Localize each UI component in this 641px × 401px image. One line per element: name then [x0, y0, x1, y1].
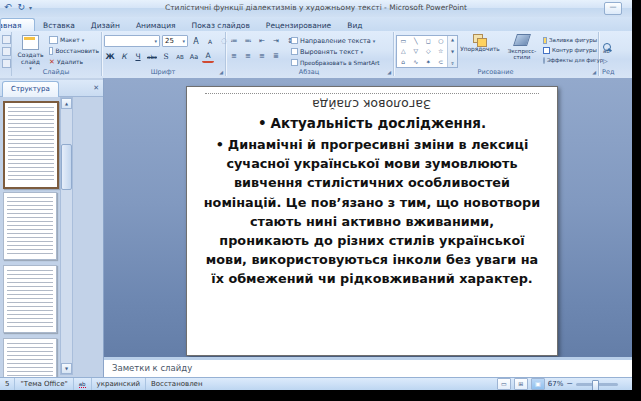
- arrange-icon: [473, 34, 487, 46]
- tab-review[interactable]: Рецензирование: [258, 19, 339, 31]
- character-spacing-button[interactable]: АВ: [174, 51, 186, 62]
- align-center-icon[interactable]: ≡: [242, 50, 254, 61]
- slide-thumbnail-selected[interactable]: [3, 101, 59, 189]
- shape-effects-icon: [543, 57, 545, 64]
- scroll-up-icon[interactable]: ▲: [61, 98, 72, 109]
- editing-group-label: Ред: [599, 68, 632, 76]
- text-shadow-button[interactable]: S: [160, 51, 172, 62]
- underline-button[interactable]: Ч: [132, 51, 144, 62]
- decrease-indent-icon[interactable]: ⇤: [256, 35, 268, 46]
- tab-home[interactable]: Главная: [0, 18, 35, 31]
- shape-icon[interactable]: ∿: [410, 57, 423, 67]
- font-size-combo[interactable]: 25 ▾: [162, 35, 188, 47]
- increase-indent-icon[interactable]: ⇥: [270, 35, 282, 46]
- arrange-button[interactable]: Упорядочить: [459, 34, 501, 52]
- align-right-icon[interactable]: ≡: [256, 50, 268, 61]
- justify-icon[interactable]: ≣: [270, 50, 282, 61]
- grow-font-button[interactable]: А: [190, 36, 202, 47]
- tab-design[interactable]: Дизайн: [83, 19, 128, 31]
- shrink-font-button[interactable]: А: [204, 36, 216, 47]
- shape-outline-button[interactable]: Контур фигуры: [543, 45, 597, 55]
- tab-outline[interactable]: Структура: [2, 81, 59, 97]
- shape-fill-button[interactable]: Заливка фигуры: [543, 35, 597, 45]
- quick-styles-button[interactable]: Экспресс-стили: [503, 34, 541, 60]
- text-direction-button[interactable]: Направление текста ▾: [291, 35, 391, 46]
- shape-icon[interactable]: ◻: [422, 36, 435, 46]
- shapes-gallery[interactable]: ▭ ╲ ◻ ○ △ ▽ ◇ ☆ ⌂ ∿ ✶ ⊂ ▲ ▼ ⊽: [396, 35, 458, 68]
- paragraph-group: ≔ ≕ ⇤ ⇥ ↕ ≡ ≡ ≡ ≣ Направление текста ▾: [225, 32, 394, 76]
- gallery-more-icon[interactable]: ⊽: [451, 61, 454, 66]
- language-indicator[interactable]: украинский: [92, 378, 146, 390]
- strikethrough-button[interactable]: abc: [146, 51, 158, 62]
- sidebar-scrollbar[interactable]: ▲ ▼: [60, 97, 73, 375]
- shape-icon[interactable]: ▭: [397, 36, 410, 46]
- slide-thumbnail[interactable]: [3, 265, 57, 333]
- shape-icon[interactable]: ✶: [422, 57, 435, 67]
- slideshow-button[interactable]: ▣: [531, 378, 545, 390]
- scrollbar-thumb[interactable]: [61, 144, 72, 190]
- align-text-button[interactable]: Выровнять текст ▾: [291, 46, 391, 57]
- slide-thumbnail[interactable]: [3, 192, 57, 260]
- body-placeholder[interactable]: •Актуальність дослідження. •Динамічні й …: [203, 115, 541, 289]
- new-slide-icon: [22, 35, 39, 50]
- layout-icon: [49, 36, 58, 44]
- ribbon: Создать слайд ▾ Макет ▾ Восстановить ✕ У…: [0, 31, 632, 79]
- shape-icon[interactable]: ☆: [435, 46, 448, 56]
- minimize-button[interactable]: —: [604, 2, 622, 15]
- text-direction-icon: [291, 37, 298, 44]
- shape-icon[interactable]: △: [397, 46, 410, 56]
- shape-icon[interactable]: ⊂: [435, 57, 448, 67]
- font-name-combo[interactable]: ▾: [104, 35, 160, 47]
- font-dialog-launcher-icon[interactable]: ◢: [219, 70, 223, 75]
- change-case-button[interactable]: Аа: [188, 51, 200, 62]
- scroll-down-icon[interactable]: ▼: [451, 49, 454, 54]
- shape-icon[interactable]: ◇: [422, 46, 435, 56]
- zoom-slider-thumb[interactable]: [592, 380, 599, 391]
- status-bar: 5 "Тема Office" ab украинский Восстановл…: [0, 377, 632, 390]
- font-color-button[interactable]: А: [202, 50, 214, 63]
- bullets-icon[interactable]: ≔: [228, 35, 240, 46]
- shape-icon[interactable]: ▽: [410, 46, 423, 56]
- title-placeholder-rotated[interactable]: Заголовок слайда: [205, 93, 539, 113]
- select-button[interactable]: ▷: [603, 57, 608, 64]
- tab-insert[interactable]: Вставка: [35, 19, 83, 31]
- reset-button[interactable]: Восстановить: [49, 45, 99, 56]
- notes-pane[interactable]: Заметки к слайду: [104, 357, 632, 377]
- layout-button[interactable]: Макет ▾: [49, 34, 99, 45]
- zoom-level: 67%: [548, 380, 564, 388]
- shape-icon[interactable]: ⌂: [397, 57, 410, 67]
- shape-icon[interactable]: ╲: [410, 36, 423, 46]
- tab-animation[interactable]: Анимация: [128, 19, 184, 31]
- align-left-icon[interactable]: ≡: [228, 50, 240, 61]
- slides-outline-pane: Структура ✕ ▲ ▼: [0, 78, 104, 377]
- tab-view[interactable]: Вид: [339, 19, 370, 31]
- smartart-icon: [291, 59, 298, 66]
- scroll-up-icon[interactable]: ▲: [451, 37, 454, 42]
- zoom-slider[interactable]: [576, 383, 618, 386]
- slide-sorter-button[interactable]: ⊞: [514, 378, 528, 390]
- bullet-line-2: •Динамічні й прогресивні зміни в лексиці…: [203, 135, 541, 289]
- delete-slide-button[interactable]: ✕ Удалить: [49, 56, 99, 67]
- convert-smartart-button[interactable]: Преобразовать в SmartArt: [291, 57, 391, 68]
- paragraph-dialog-launcher-icon[interactable]: ◢: [387, 70, 391, 75]
- paragraph-group-label: Абзац: [225, 68, 393, 76]
- numbering-icon[interactable]: ≕: [242, 35, 254, 46]
- slide-canvas[interactable]: Заголовок слайда •Актуальність досліджен…: [186, 86, 558, 356]
- thumbnail-list: [0, 97, 58, 377]
- bold-button[interactable]: Ж: [104, 51, 116, 62]
- close-pane-icon[interactable]: ✕: [93, 83, 99, 93]
- shapes-gallery-scrollbar[interactable]: ▲ ▼ ⊽: [447, 36, 457, 67]
- notes-placeholder: Заметки к слайду: [104, 360, 632, 376]
- replace-button[interactable]: ab: [603, 48, 610, 54]
- slides-group: Создать слайд ▾ Макет ▾ Восстановить ✕ У…: [11, 32, 102, 76]
- shape-effects-button[interactable]: Эффекты для фигур: [543, 55, 597, 65]
- zoom-out-icon[interactable]: −: [566, 380, 573, 388]
- italic-button[interactable]: К: [118, 51, 130, 62]
- tab-slideshow[interactable]: Показ слайдов: [184, 19, 258, 31]
- spellcheck-status[interactable]: ab: [74, 378, 92, 390]
- shape-icon[interactable]: ○: [435, 36, 448, 46]
- drawing-dialog-launcher-icon[interactable]: ◢: [592, 70, 596, 75]
- chevron-down-icon: ▾: [82, 37, 85, 43]
- normal-view-button[interactable]: ▭: [497, 378, 511, 390]
- scroll-down-icon[interactable]: ▼: [61, 363, 72, 374]
